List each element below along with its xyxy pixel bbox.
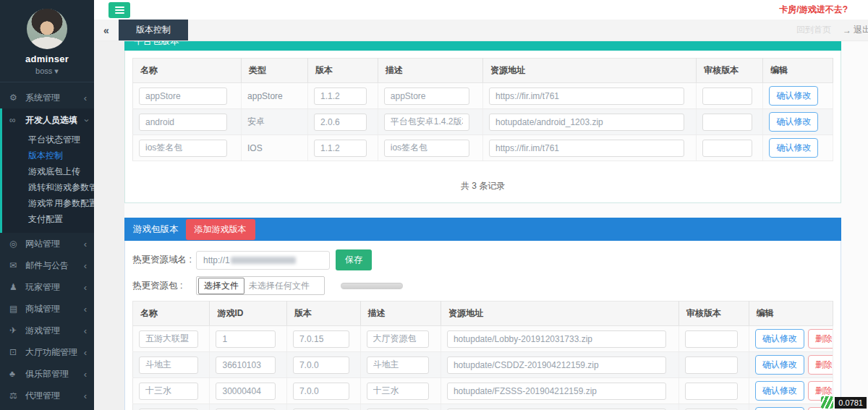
confirm-edit-button[interactable]: 确认修改 xyxy=(755,407,804,410)
platform-version-input[interactable] xyxy=(314,114,367,131)
game-id-input[interactable] xyxy=(216,330,275,348)
game-version-input[interactable] xyxy=(293,356,349,374)
sidebar-subitem-平台状态管理[interactable]: 平台状态管理 xyxy=(2,132,94,148)
dev-options-icon: ∞ xyxy=(9,115,25,125)
game-desc-input[interactable] xyxy=(367,383,430,400)
confirm-edit-button[interactable]: 确认修改 xyxy=(769,138,818,158)
sidebar: adminser boss ▾ ⚙系统管理‹∞开发人员选填‹平台状态管理版本控制… xyxy=(0,0,94,410)
hot-update-package-row: 热更资源包 : 选择文件 未选择任何文件 xyxy=(132,276,833,295)
column-header: 资源地址 xyxy=(441,302,678,326)
user-block: adminser boss ▾ xyxy=(0,0,94,82)
file-input-control[interactable]: 选择文件 未选择任何文件 xyxy=(196,276,325,295)
collapse-tabs-icon[interactable]: « xyxy=(94,20,119,40)
sidebar-item-开发人员选填[interactable]: ∞开发人员选填‹ xyxy=(2,108,94,132)
warning-link[interactable]: 卡房/游戏进不去? xyxy=(779,4,848,16)
app-window: adminser boss ▾ ⚙系统管理‹∞开发人员选填‹平台状态管理版本控制… xyxy=(0,0,868,410)
sidebar-item-商城管理[interactable]: ▤商城管理‹ xyxy=(0,298,94,320)
domain-label: 热更资源域名 : xyxy=(132,254,196,266)
save-domain-button[interactable]: 保存 xyxy=(336,249,372,270)
platform-desc-input[interactable] xyxy=(384,87,469,105)
review-version-input[interactable] xyxy=(702,87,752,105)
game-name-input[interactable] xyxy=(139,356,198,374)
extension-leaf-icon[interactable] xyxy=(821,396,833,409)
sidebar-subitem-版本控制[interactable]: 版本控制 xyxy=(2,148,94,163)
user-name: adminser xyxy=(0,54,94,64)
game-id-input[interactable] xyxy=(216,383,275,400)
game-package-panel: 游戏包版本 添加游戏版本 热更资源域名 : http://1 保存 热更资源包 … xyxy=(124,218,841,410)
column-header: 版本 xyxy=(286,302,360,326)
platform-desc-input[interactable] xyxy=(384,114,469,131)
record-count: 共 3 条记录 xyxy=(132,161,833,202)
review-version-input[interactable] xyxy=(702,114,752,131)
sidebar-item-大厅功能管理[interactable]: ⊡大厅功能管理‹ xyxy=(0,341,94,363)
sidebar-item-网站管理[interactable]: ◎网站管理‹ xyxy=(0,233,94,255)
game-desc-input[interactable] xyxy=(367,330,430,348)
platform-url-input[interactable] xyxy=(489,87,684,105)
game-url-input[interactable] xyxy=(447,383,666,400)
game-desc-input[interactable] xyxy=(367,356,430,374)
player-icon: ♟ xyxy=(9,282,25,292)
game-version-input[interactable] xyxy=(293,330,349,348)
game-url-input[interactable] xyxy=(447,356,666,374)
platform-desc-input[interactable] xyxy=(384,140,469,157)
lobby-monitor-icon: ⊡ xyxy=(9,347,25,357)
game-name-input[interactable] xyxy=(139,383,198,400)
chevron-left-icon: ‹ xyxy=(84,369,87,380)
delete-button[interactable]: 删除 xyxy=(808,355,833,375)
platform-version-input[interactable] xyxy=(314,87,367,105)
sidebar-subitem-跳转和游戏参数管理[interactable]: 跳转和游戏参数管理 xyxy=(2,179,94,195)
main-area: 卡房/游戏进不去? « 版本控制 回到首页 → 退出 平台包版本 名称类型 xyxy=(94,0,868,410)
domain-input[interactable]: http://1 xyxy=(196,251,330,270)
game-plane-icon: ✈ xyxy=(9,325,25,336)
chevron-down-icon: ‹ xyxy=(80,119,90,121)
platform-package-panel: 平台包版本 名称类型版本描述资源地址审核版本编辑appStore确认修改安卓确认… xyxy=(124,41,841,203)
logout-button[interactable]: → 退出 xyxy=(843,24,868,36)
hamburger-menu-button[interactable] xyxy=(109,2,130,18)
sidebar-item-货币日志变化[interactable]: ▦货币日志变化‹ xyxy=(0,406,94,410)
confirm-edit-button[interactable]: 确认修改 xyxy=(755,355,804,375)
sidebar-item-俱乐部管理[interactable]: ♣俱乐部管理‹ xyxy=(0,363,94,385)
choose-file-button[interactable]: 选择文件 xyxy=(198,278,244,294)
sidebar-subitem-游戏底包上传[interactable]: 游戏底包上传 xyxy=(2,163,94,179)
sidebar-subitem-游戏常用参数配置[interactable]: 游戏常用参数配置 xyxy=(2,195,94,211)
confirm-edit-button[interactable]: 确认修改 xyxy=(769,112,818,132)
delete-button[interactable]: 删除 xyxy=(808,329,833,349)
game-version-input[interactable] xyxy=(293,383,349,400)
platform-url-input[interactable] xyxy=(489,114,684,131)
chevron-left-icon: ‹ xyxy=(84,390,87,401)
sidebar-item-玩家管理[interactable]: ♟玩家管理‹ xyxy=(0,276,94,298)
sidebar-item-游戏管理[interactable]: ✈游戏管理‹ xyxy=(0,320,94,341)
back-home-link[interactable]: 回到首页 xyxy=(796,24,831,36)
confirm-edit-button[interactable]: 确认修改 xyxy=(755,381,804,401)
review-version-input[interactable] xyxy=(685,356,738,374)
game-id-input[interactable] xyxy=(216,356,275,374)
platform-name-input[interactable] xyxy=(139,87,227,105)
sidebar-item-系统管理[interactable]: ⚙系统管理‹ xyxy=(0,87,94,108)
game-panel-title: 游戏包版本 xyxy=(133,223,179,236)
platform-name-input[interactable] xyxy=(139,114,227,131)
avatar[interactable] xyxy=(27,9,67,49)
review-version-input[interactable] xyxy=(702,140,752,157)
review-version-input[interactable] xyxy=(685,330,738,348)
platform-name-input[interactable] xyxy=(139,140,227,157)
review-version-input[interactable] xyxy=(685,383,738,400)
cogs-icon: ⚙ xyxy=(9,93,25,103)
tab-version-control[interactable]: 版本控制 xyxy=(119,20,188,40)
confirm-edit-button[interactable]: 确认修改 xyxy=(769,86,818,106)
game-name-input[interactable] xyxy=(139,330,198,348)
confirm-edit-button[interactable]: 确认修改 xyxy=(755,329,804,349)
column-header: 描述 xyxy=(360,302,441,326)
overlay-badge: 0.0781 xyxy=(821,396,867,409)
add-game-version-button[interactable]: 添加游戏版本 xyxy=(186,219,255,240)
game-url-input[interactable] xyxy=(447,330,666,348)
platform-version-input[interactable] xyxy=(314,140,367,157)
file-status-text: 未选择任何文件 xyxy=(249,280,310,292)
logout-icon: → xyxy=(843,25,851,35)
chevron-left-icon: ‹ xyxy=(84,260,87,271)
platform-url-input[interactable] xyxy=(489,140,684,157)
chevron-left-icon: ‹ xyxy=(84,304,87,315)
user-role-dropdown[interactable]: boss ▾ xyxy=(0,67,94,76)
sidebar-item-邮件与公告[interactable]: ✉邮件与公告‹ xyxy=(0,255,94,276)
sidebar-item-代理管理[interactable]: ⚖代理管理‹ xyxy=(0,385,94,406)
sidebar-subitem-支付配置[interactable]: 支付配置 xyxy=(2,211,94,227)
